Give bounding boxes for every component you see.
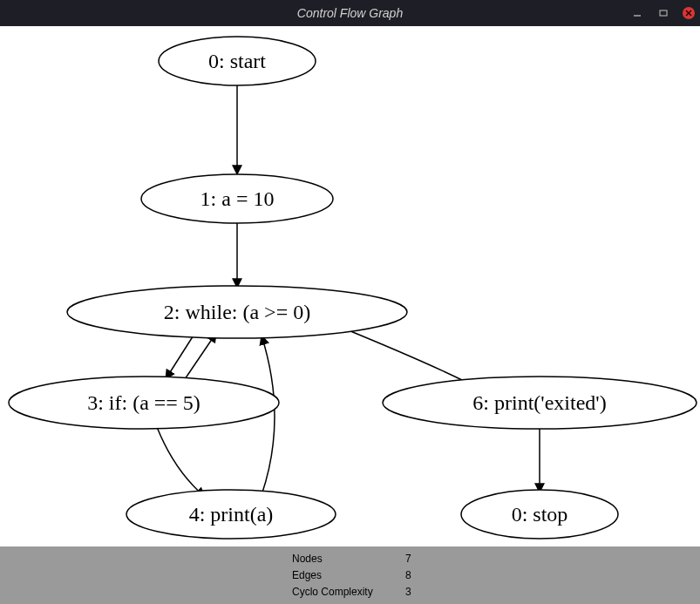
maximize-button[interactable] xyxy=(656,6,670,20)
stats-value-nodes: 7 xyxy=(405,553,411,565)
edge-if-to-while xyxy=(183,333,216,382)
svg-text:0: start: 0: start xyxy=(208,50,266,72)
stats-value-edges: 8 xyxy=(405,569,411,581)
svg-rect-1 xyxy=(660,10,667,16)
svg-text:6: print('exited'): 6: print('exited') xyxy=(472,391,606,414)
node-if: 3: if: (a == 5) xyxy=(9,377,279,429)
svg-text:4: print(a): 4: print(a) xyxy=(189,503,274,526)
edge-while-to-if xyxy=(166,331,196,379)
close-icon xyxy=(685,10,692,17)
minimize-button[interactable] xyxy=(630,6,644,20)
window-controls xyxy=(630,6,695,20)
stats-row-nodes: Nodes 7 xyxy=(292,551,700,567)
node-start: 0: start xyxy=(159,37,316,85)
stats-row-cyclo: Cyclo Complexity 3 xyxy=(292,584,700,601)
stats-value-cyclo: 3 xyxy=(405,586,411,598)
edge-while-to-print-exited xyxy=(340,327,478,388)
edge-if-to-print-a xyxy=(157,427,205,497)
window-title: Control Flow Graph xyxy=(297,6,403,20)
minimize-icon xyxy=(632,8,642,18)
svg-text:3: if: (a == 5): 3: if: (a == 5) xyxy=(87,391,200,414)
svg-text:2: while: (a >= 0): 2: while: (a >= 0) xyxy=(164,301,310,323)
app-window: Control Flow Graph xyxy=(0,0,700,604)
titlebar: Control Flow Graph xyxy=(0,0,700,26)
node-print-exited: 6: print('exited') xyxy=(383,377,697,429)
node-stop: 0: stop xyxy=(461,490,618,539)
svg-text:0: stop: 0: stop xyxy=(512,503,568,526)
stats-row-edges: Edges 8 xyxy=(292,567,700,584)
graph-canvas[interactable]: 0: start 1: a = 10 2: while: (a >= 0) 3:… xyxy=(0,26,700,546)
svg-text:1: a = 10: 1: a = 10 xyxy=(200,187,275,210)
node-a-10: 1: a = 10 xyxy=(141,174,333,223)
close-button[interactable] xyxy=(683,7,695,19)
node-while: 2: while: (a >= 0) xyxy=(67,286,407,338)
stats-bar: Nodes 7 Edges 8 Cyclo Complexity 3 xyxy=(0,546,700,604)
stats-label-edges: Edges xyxy=(292,569,405,581)
node-print-a: 4: print(a) xyxy=(126,490,336,539)
stats-label-cyclo: Cyclo Complexity xyxy=(292,586,405,598)
maximize-icon xyxy=(658,8,669,18)
stats-label-nodes: Nodes xyxy=(292,553,405,565)
control-flow-graph: 0: start 1: a = 10 2: while: (a >= 0) 3:… xyxy=(0,26,700,546)
